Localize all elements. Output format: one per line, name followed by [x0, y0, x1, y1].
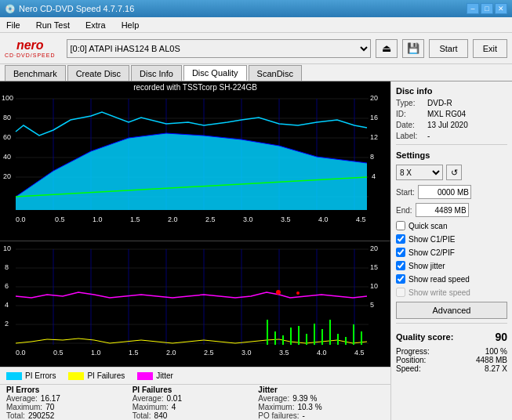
svg-text:4.0: 4.0	[317, 349, 327, 357]
menu-file[interactable]: File	[3, 19, 24, 31]
svg-text:3.5: 3.5	[279, 349, 289, 357]
show-jitter-checkbox[interactable]	[396, 261, 405, 270]
svg-text:20: 20	[370, 94, 378, 102]
show-write-speed-checkbox	[396, 288, 405, 297]
chart-subtitle: recorded with TSSTcorp SH-224GB	[133, 83, 257, 92]
svg-text:10: 10	[370, 282, 378, 290]
disc-info-title: Disc info	[396, 86, 507, 96]
menu-extra[interactable]: Extra	[82, 19, 109, 31]
upper-chart-svg: 100 80 60 40 20 20 16 12 8 4 0.0 0.5 1.0…	[0, 92, 384, 230]
tab-scan-disc[interactable]: ScanDisc	[249, 65, 302, 81]
titlebar-left: 💿 Nero CD-DVD Speed 4.7.7.16	[5, 4, 134, 14]
start-mb-row: Start:	[396, 185, 507, 199]
divider-2	[396, 323, 507, 324]
disc-type-row: Type: DVD-R	[396, 99, 507, 107]
show-write-speed-row: Show write speed	[396, 288, 507, 297]
svg-text:3.0: 3.0	[243, 215, 253, 223]
titlebar-controls: – □ ✕	[467, 3, 507, 14]
maximize-button[interactable]: □	[481, 3, 493, 14]
end-mb-row: End:	[396, 203, 507, 217]
svg-rect-82	[353, 324, 354, 345]
svg-text:80: 80	[3, 114, 11, 121]
jitter-stats: Jitter Average: 9.39 % Maximum: 10.3 % P…	[258, 386, 384, 418]
speed-row: Speed: 8.27 X	[396, 364, 507, 373]
legend-pi-errors: PI Errors	[6, 371, 56, 380]
svg-text:2.0: 2.0	[166, 349, 176, 357]
speed-settings-row: 8 X ↺	[396, 165, 507, 180]
svg-text:100: 100	[2, 94, 13, 102]
svg-text:1.0: 1.0	[91, 349, 101, 357]
logo-nero: nero	[16, 38, 44, 52]
advanced-button[interactable]: Advanced	[396, 302, 507, 319]
disc-id-row: ID: MXL RG04	[396, 110, 507, 118]
pi-failures-average-row: Average: 0.01	[133, 394, 259, 403]
svg-text:4.5: 4.5	[354, 349, 365, 357]
menu-run-test[interactable]: Run Test	[33, 19, 73, 31]
tab-create-disc[interactable]: Create Disc	[67, 65, 129, 81]
close-button[interactable]: ✕	[495, 3, 507, 14]
eject-icon-button[interactable]: ⏏	[376, 39, 398, 58]
show-c1-row: Show C1/PIE	[396, 234, 507, 244]
end-mb-input[interactable]	[416, 203, 469, 217]
tab-bar: Benchmark Create Disc Disc Info Disc Qua…	[0, 64, 512, 81]
svg-text:1.5: 1.5	[130, 215, 140, 223]
start-mb-input[interactable]	[418, 185, 471, 199]
minimize-button[interactable]: –	[467, 3, 479, 14]
position-row: Position: 4488 MB	[396, 356, 507, 364]
start-button[interactable]: Start	[429, 39, 467, 58]
svg-rect-78	[321, 329, 323, 345]
settings-refresh-button[interactable]: ↺	[446, 165, 462, 180]
menu-help[interactable]: Help	[118, 19, 143, 31]
disc-date-row: Date: 13 Jul 2020	[396, 121, 507, 129]
stats-bar: PI Errors Average: 16.17 Maximum: 70 Tot…	[0, 384, 390, 420]
progress-section: Progress: 100 % Position: 4488 MB Speed:…	[396, 347, 507, 373]
quality-score-row: Quality score: 90	[396, 331, 507, 343]
svg-rect-75	[298, 326, 300, 345]
tab-benchmark[interactable]: Benchmark	[5, 65, 66, 81]
svg-rect-81	[345, 337, 347, 345]
svg-point-85	[296, 291, 300, 295]
svg-rect-80	[337, 334, 339, 345]
tab-disc-quality[interactable]: Disc Quality	[183, 65, 247, 81]
pi-failures-total-row: Total: 840	[133, 411, 259, 420]
titlebar: 💿 Nero CD-DVD Speed 4.7.7.16 – □ ✕	[0, 0, 512, 17]
pi-failures-stats: PI Failures Average: 0.01 Maximum: 4 Tot…	[133, 386, 259, 418]
speed-select[interactable]: 8 X	[396, 165, 443, 180]
app-logo: nero CD·DVD/SPEED	[5, 38, 56, 58]
legend-jitter: Jitter	[137, 371, 173, 380]
drive-select[interactable]: [0:0] ATAPI iHAS124 B AL0S	[67, 39, 372, 58]
svg-rect-79	[329, 320, 331, 345]
svg-text:0.0: 0.0	[16, 349, 26, 357]
svg-text:0.5: 0.5	[53, 349, 64, 357]
pi-errors-maximum-row: Maximum: 70	[6, 403, 133, 411]
svg-text:40: 40	[3, 153, 11, 161]
svg-text:0.0: 0.0	[16, 215, 26, 223]
svg-text:4: 4	[372, 172, 376, 180]
legend-pi-failures: PI Failures	[68, 371, 125, 380]
quick-scan-checkbox[interactable]	[396, 221, 405, 230]
svg-text:8: 8	[5, 263, 9, 271]
svg-text:4: 4	[5, 301, 9, 309]
svg-text:2: 2	[5, 320, 9, 328]
svg-text:4.5: 4.5	[356, 215, 366, 223]
svg-text:12: 12	[370, 133, 378, 141]
logo-sub: CD·DVD/SPEED	[5, 52, 56, 58]
show-c2-row: Show C2/PIF	[396, 248, 507, 257]
disc-label-row: Label: -	[396, 132, 507, 140]
pi-failures-color	[68, 372, 84, 380]
svg-rect-71	[267, 320, 268, 345]
tab-disc-info[interactable]: Disc Info	[131, 65, 182, 81]
svg-text:3.0: 3.0	[241, 349, 252, 357]
svg-text:2.5: 2.5	[205, 215, 216, 223]
upper-chart: recorded with TSSTcorp SH-224GB 100 80 6…	[0, 81, 390, 241]
chart-column: recorded with TSSTcorp SH-224GB 100 80 6…	[0, 81, 390, 420]
exit-button[interactable]: Exit	[473, 39, 507, 58]
save-icon-button[interactable]: 💾	[402, 39, 424, 58]
show-c1-checkbox[interactable]	[396, 234, 405, 244]
show-read-speed-checkbox[interactable]	[396, 274, 405, 284]
pi-errors-color	[6, 372, 22, 380]
show-c2-checkbox[interactable]	[396, 248, 405, 257]
svg-text:2.0: 2.0	[168, 215, 178, 223]
svg-text:20: 20	[3, 172, 11, 180]
right-panel: Disc info Type: DVD-R ID: MXL RG04 Date:…	[390, 81, 512, 420]
